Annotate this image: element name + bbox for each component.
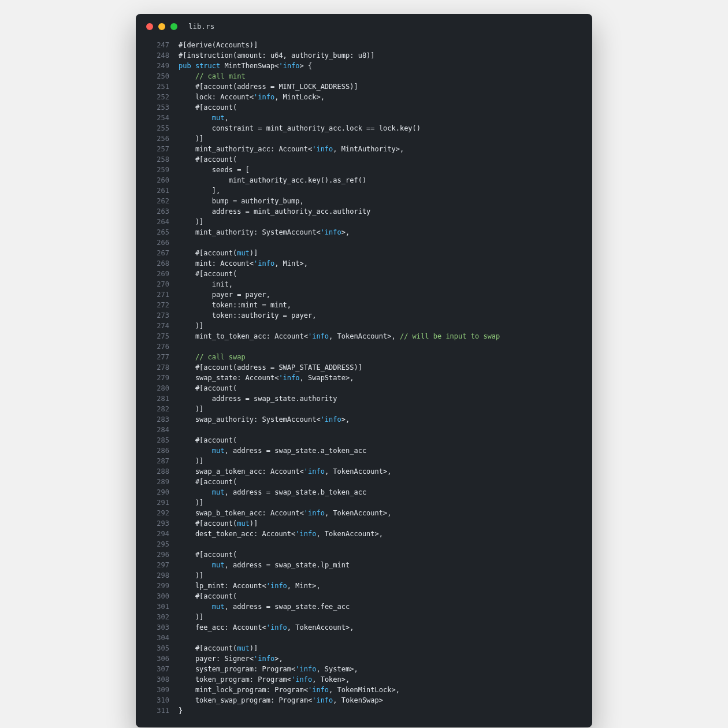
code-line: 265 mint_authority: SystemAccount<'info>…	[150, 227, 578, 237]
code-line: 303 fee_acc: Account<'info, TokenAccount…	[150, 622, 578, 633]
code-text	[169, 237, 179, 248]
code-line: 272 token::mint = mint,	[150, 300, 578, 310]
code-line: 276	[150, 341, 578, 352]
code-line: 291 )]	[150, 497, 578, 508]
code-text: #[account(	[169, 477, 237, 487]
code-text: token::mint = mint,	[169, 300, 291, 310]
maximize-icon[interactable]	[170, 23, 177, 30]
code-line: 293 #[account(mut)]	[150, 518, 578, 529]
code-text: mut,	[169, 113, 229, 123]
code-line: 261 ],	[150, 185, 578, 196]
code-line: 283 swap_authority: SystemAccount<'info>…	[150, 414, 578, 425]
code-text: lock: Account<'info, MintLock>,	[169, 92, 325, 102]
code-line: 282 )]	[150, 404, 578, 414]
code-text: mut, address = swap_state.lp_mint	[169, 560, 350, 570]
line-number: 250	[150, 71, 169, 81]
code-line: 267 #[account(mut)]	[150, 248, 578, 258]
line-number: 308	[150, 674, 169, 685]
line-number: 260	[150, 175, 169, 185]
code-text: #[account(mut)]	[169, 518, 258, 529]
code-line: 271 payer = payer,	[150, 289, 578, 300]
line-number: 256	[150, 133, 169, 144]
line-number: 271	[150, 289, 169, 300]
line-number: 267	[150, 248, 169, 258]
code-text: token_program: Program<'info, Token>,	[169, 674, 350, 685]
code-text: address = swap_state.authority	[169, 393, 337, 404]
line-number: 269	[150, 269, 169, 279]
code-text: )]	[169, 321, 203, 331]
code-area[interactable]: 247#[derive(Accounts)]248#[instruction(a…	[136, 35, 592, 716]
code-text: )]	[169, 497, 203, 508]
code-text: #[account(	[169, 435, 237, 445]
code-window: lib.rs 247#[derive(Accounts)]248#[instru…	[136, 14, 592, 727]
code-line: 263 address = mint_authority_acc.authori…	[150, 206, 578, 217]
code-text: mut, address = swap_state.b_token_acc	[169, 487, 366, 497]
code-text: mint_to_token_acc: Account<'info, TokenA…	[169, 331, 500, 341]
code-line: 310 token_swap_program: Program<'info, T…	[150, 695, 578, 705]
line-number: 282	[150, 404, 169, 414]
line-number: 304	[150, 633, 169, 643]
code-text: address = mint_authority_acc.authority	[169, 206, 370, 217]
line-number: 293	[150, 518, 169, 529]
code-line: 254 mut,	[150, 113, 578, 123]
code-line: 269 #[account(	[150, 269, 578, 279]
line-number: 253	[150, 102, 169, 113]
line-number: 270	[150, 279, 169, 289]
code-text: fee_acc: Account<'info, TokenAccount>,	[169, 622, 354, 633]
line-number: 300	[150, 591, 169, 601]
code-text	[169, 341, 179, 352]
code-line: 266	[150, 237, 578, 248]
code-text: #[account(	[169, 591, 237, 601]
code-line: 307 system_program: Program<'info, Syste…	[150, 664, 578, 674]
line-number: 275	[150, 331, 169, 341]
code-line: 252 lock: Account<'info, MintLock>,	[150, 92, 578, 102]
line-number: 297	[150, 560, 169, 570]
line-number: 274	[150, 321, 169, 331]
line-number: 292	[150, 508, 169, 518]
minimize-icon[interactable]	[158, 23, 165, 30]
code-text: ],	[169, 185, 220, 196]
line-number: 291	[150, 497, 169, 508]
code-line: 309 mint_lock_program: Program<'info, To…	[150, 685, 578, 695]
code-line: 281 address = swap_state.authority	[150, 393, 578, 404]
line-number: 298	[150, 570, 169, 581]
line-number: 277	[150, 352, 169, 362]
line-number: 285	[150, 435, 169, 445]
line-number: 307	[150, 664, 169, 674]
code-text: #[account(address = MINT_LOCK_ADDRESS)]	[169, 81, 358, 92]
line-number: 257	[150, 144, 169, 154]
code-text: )]	[169, 133, 203, 144]
code-text: system_program: Program<'info, System>,	[169, 664, 358, 674]
code-line: 299 lp_mint: Account<'info, Mint>,	[150, 581, 578, 591]
code-text: )]	[169, 456, 203, 466]
line-number: 306	[150, 653, 169, 664]
code-line: 274 )]	[150, 321, 578, 331]
code-line: 285 #[account(	[150, 435, 578, 445]
code-text: init,	[169, 279, 233, 289]
line-number: 263	[150, 206, 169, 217]
line-number: 305	[150, 643, 169, 653]
code-text: #[account(mut)]	[169, 643, 258, 653]
line-number: 255	[150, 123, 169, 133]
line-number: 265	[150, 227, 169, 237]
code-text: lp_mint: Account<'info, Mint>,	[169, 581, 321, 591]
line-number: 261	[150, 185, 169, 196]
code-text	[169, 425, 179, 435]
window-filename: lib.rs	[188, 22, 214, 31]
code-line: 301 mut, address = swap_state.fee_acc	[150, 601, 578, 612]
code-text: mint_authority_acc.key().as_ref()	[169, 175, 366, 185]
line-number: 280	[150, 383, 169, 393]
code-line: 311}	[150, 705, 578, 716]
code-line: 300 #[account(	[150, 591, 578, 601]
line-number: 251	[150, 81, 169, 92]
code-text: swap_a_token_acc: Account<'info, TokenAc…	[169, 466, 391, 477]
code-line: 253 #[account(	[150, 102, 578, 113]
code-text: )]	[169, 570, 203, 581]
code-text: seeds = [	[169, 165, 250, 175]
line-number: 296	[150, 549, 169, 560]
line-number: 272	[150, 300, 169, 310]
line-number: 310	[150, 695, 169, 705]
line-number: 301	[150, 601, 169, 612]
line-number: 276	[150, 341, 169, 352]
close-icon[interactable]	[146, 23, 153, 30]
